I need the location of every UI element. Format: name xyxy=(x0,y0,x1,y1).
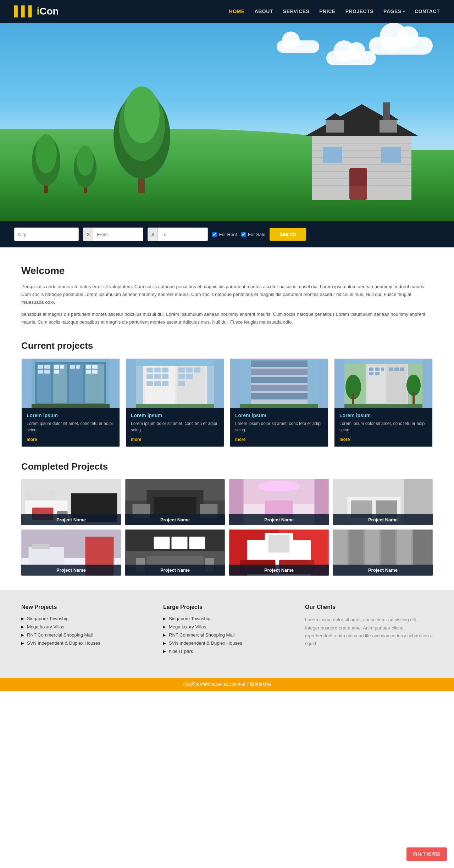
city-input[interactable] xyxy=(15,228,78,241)
for-rent-label: For Rent xyxy=(219,232,237,237)
footer-large-item-4[interactable]: hide IT park xyxy=(163,649,291,654)
svg-rect-35 xyxy=(44,365,50,369)
completed-projects-grid: Project Name Project Name xyxy=(21,479,433,576)
project-card-2-img xyxy=(126,359,224,408)
completed-card-6[interactable]: Project Name xyxy=(125,530,225,576)
footer-large-projects: Large Projects Singapore Township Mega l… xyxy=(163,604,291,657)
footer-large-item-1[interactable]: Mega luxury Villas xyxy=(163,624,291,629)
svg-rect-38 xyxy=(54,365,59,369)
svg-rect-82 xyxy=(369,368,373,371)
svg-rect-33 xyxy=(85,364,104,403)
project-card-2-title: Lorem ipsum xyxy=(131,413,219,418)
completed-card-3-label: Project Name xyxy=(229,514,329,525)
svg-point-113 xyxy=(258,481,300,492)
svg-rect-44 xyxy=(92,365,98,369)
svg-rect-107 xyxy=(154,497,196,515)
project-card-1-more[interactable]: more xyxy=(27,437,37,442)
for-sale-checkbox-wrap[interactable]: For Sale xyxy=(241,232,265,237)
project-card-2-more[interactable]: more xyxy=(131,437,141,442)
nav-about[interactable]: ABOUT xyxy=(255,9,273,14)
project-card-3-more[interactable]: more xyxy=(235,437,245,442)
svg-rect-83 xyxy=(375,368,380,371)
svg-rect-62 xyxy=(186,368,193,373)
nav-pages[interactable]: PAGES▾ xyxy=(383,9,405,14)
svg-rect-57 xyxy=(162,374,168,379)
logo-bars-icon: ▌▌▌ xyxy=(14,6,35,17)
footer-clients: Our Clients Lorem ipsum dolor sit amet, … xyxy=(305,604,433,657)
footer-new-item-1[interactable]: Mega luxury Villas xyxy=(21,624,149,629)
from-prefix: $ xyxy=(83,228,93,241)
city-input-wrap[interactable] xyxy=(14,228,79,241)
nav-services[interactable]: SERVICES xyxy=(283,9,310,14)
svg-rect-41 xyxy=(70,365,75,369)
footer-large-item-2[interactable]: RNT Commercial Shopping Mall xyxy=(163,632,291,638)
to-input-wrap[interactable]: $ xyxy=(148,228,208,241)
nav-contact[interactable]: CONTACT xyxy=(415,9,440,14)
project-card-4-text: Lorem ipsum dolor sit amet, conc tetu er… xyxy=(339,420,427,433)
svg-rect-26 xyxy=(323,147,342,163)
svg-rect-60 xyxy=(162,381,168,386)
to-input[interactable] xyxy=(158,228,207,241)
svg-rect-66 xyxy=(178,381,185,386)
svg-rect-46 xyxy=(92,370,98,374)
svg-rect-55 xyxy=(146,374,153,379)
completed-card-1[interactable]: Project Name xyxy=(21,479,121,525)
footer-new-item-3[interactable]: SVN Independent & Duplex Houses xyxy=(21,640,149,646)
svg-rect-19 xyxy=(326,120,344,133)
for-sale-checkbox[interactable] xyxy=(241,232,246,237)
svg-rect-31 xyxy=(53,364,67,403)
nav-price[interactable]: PRICE xyxy=(319,9,335,14)
logo[interactable]: ▌▌▌ iCon xyxy=(14,6,59,17)
to-prefix: $ xyxy=(148,228,158,241)
project-card-3: Lorem ipsum Lorem ipsum dolor sit amet, … xyxy=(230,358,328,447)
footer-large-item-0[interactable]: Singapore Township xyxy=(163,616,291,621)
cloud-1 xyxy=(369,37,433,55)
svg-rect-132 xyxy=(154,537,170,549)
svg-rect-85 xyxy=(369,372,373,375)
welcome-para2: penatibus et magnis dis parturient monte… xyxy=(21,310,433,326)
for-rent-checkbox[interactable] xyxy=(212,232,217,237)
completed-card-7[interactable]: Project Name xyxy=(229,530,329,576)
for-rent-checkbox-wrap[interactable]: For Rent xyxy=(212,232,237,237)
svg-rect-56 xyxy=(154,374,161,379)
project-card-4-title: Lorem ipsum xyxy=(339,413,427,418)
for-sale-label: For Sale xyxy=(248,232,265,237)
footer-new-item-0[interactable]: Singapore Township xyxy=(21,616,149,621)
building-3-img xyxy=(230,359,328,408)
tree-small-2 xyxy=(71,143,99,193)
search-button[interactable]: Search xyxy=(270,228,306,241)
project-card-1-text: Lorem ipsum dolor sit amet, conc tetu er… xyxy=(27,420,115,433)
svg-rect-21 xyxy=(380,120,397,133)
project-card-1-img xyxy=(22,359,120,408)
svg-rect-42 xyxy=(76,365,80,369)
welcome-title: Welcome xyxy=(21,265,433,276)
svg-rect-72 xyxy=(251,369,308,375)
svg-point-9 xyxy=(124,86,160,143)
footer-clients-text: Lorem ipsum dolor sit amet, consectetur … xyxy=(305,616,433,647)
svg-rect-80 xyxy=(367,366,385,403)
svg-rect-68 xyxy=(136,404,214,408)
completed-card-8[interactable]: Project Name xyxy=(333,530,433,576)
svg-rect-86 xyxy=(375,372,380,375)
nav-projects[interactable]: PROJECTS xyxy=(345,9,373,14)
project-card-2-text: Lorem ipsum dolor sit amet, conc tetu er… xyxy=(131,420,219,433)
svg-rect-23 xyxy=(383,102,390,120)
footer-new-projects-title: New Projects xyxy=(21,604,149,610)
svg-rect-30 xyxy=(37,364,51,403)
from-input[interactable] xyxy=(93,228,143,241)
building-1-img xyxy=(22,359,120,408)
svg-rect-37 xyxy=(44,370,50,374)
footer-new-projects: New Projects Singapore Township Mega lux… xyxy=(21,604,149,657)
project-card-4-more[interactable]: more xyxy=(339,437,350,442)
svg-point-5 xyxy=(77,146,94,176)
nav-home[interactable]: HOME xyxy=(229,9,245,14)
completed-card-4[interactable]: Project Name xyxy=(333,479,433,525)
completed-card-5[interactable]: Project Name xyxy=(21,530,121,576)
from-input-wrap[interactable]: $ xyxy=(83,228,143,241)
logo-text: iCon xyxy=(37,6,59,17)
completed-card-3[interactable]: Project Name xyxy=(229,479,329,525)
svg-rect-84 xyxy=(381,368,384,371)
completed-card-2[interactable]: Project Name xyxy=(125,479,225,525)
footer-large-item-3[interactable]: SVN Independent & Duplex Houses xyxy=(163,640,291,646)
footer-new-item-2[interactable]: RNT Commercial Shopping Mall xyxy=(21,632,149,638)
